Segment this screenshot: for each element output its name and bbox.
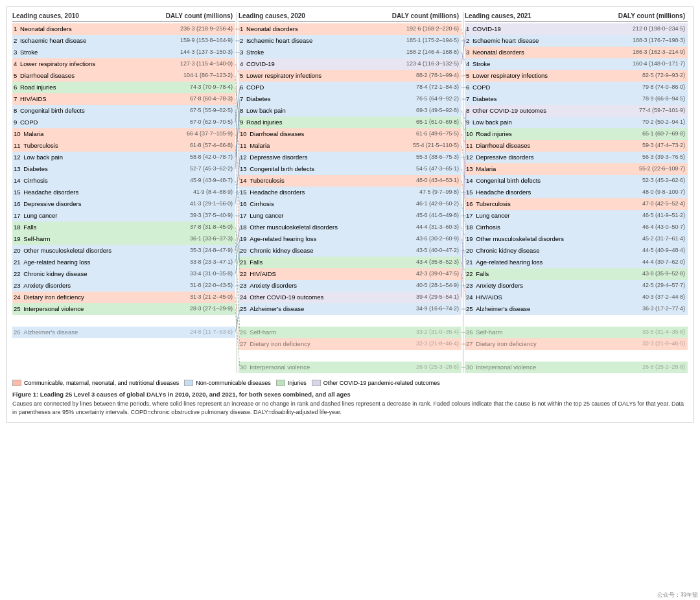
cause-cell: 9 COPD <box>12 118 149 127</box>
cause-cell: 14 Cirrhosis <box>12 176 149 185</box>
cause-cell: 18 Falls <box>12 223 149 232</box>
rank-number: 1 <box>14 25 19 32</box>
cause-name: Malaria <box>476 165 496 172</box>
cause-name: Age-related hearing loss <box>476 259 542 266</box>
rank-number: 11 <box>240 142 248 149</box>
rank-number: 3 <box>240 49 245 56</box>
daly-value: 69·3 (49·5–92·8) <box>375 107 461 115</box>
rank-number: 12 <box>466 154 474 161</box>
rank-number: 1 <box>466 25 471 32</box>
rank-number: 8 <box>240 107 245 114</box>
table-row: 9 Road injuries65·1 (61·0–69·8) <box>239 117 461 128</box>
cause-cell: 5 Lower respiratory infections <box>465 71 601 80</box>
table-row: 5 Lower respiratory infections82·5 (72·9… <box>465 70 688 82</box>
rank-number: 26 <box>14 329 22 336</box>
daly-value: 31·3 (21·2–45·0) <box>149 294 235 301</box>
cause-cell: 23 Anxiety disorders <box>465 281 601 290</box>
table-row: 22 Falls43·8 (35·9–52·8) <box>465 268 688 280</box>
daly-value: 67·8 (60·4–78·3) <box>149 95 235 103</box>
rank-number: 2 <box>240 37 245 44</box>
table-row: 23 Anxiety disorders40·5 (28·1–54·9) <box>239 280 461 292</box>
daly-value: 76·5 (64·9–92·2) <box>375 95 461 103</box>
rank-number: 24 <box>466 294 474 301</box>
cause-name: Anxiety disorders <box>23 282 71 289</box>
legend-color-2 <box>276 380 285 386</box>
cause-name: Tuberculosis <box>23 142 58 149</box>
rank-number: 14 <box>14 177 22 184</box>
cause-name: Low back pain <box>246 107 286 114</box>
cause-cell: 6 Road injuries <box>12 83 149 92</box>
cause-name: Lower respiratory infections <box>246 72 321 79</box>
cause-name: HIV/AIDS <box>20 95 47 102</box>
cause-cell: 6 COPD <box>465 83 601 92</box>
legend-label-0: Communicable, maternal, neonatal, and nu… <box>24 380 179 386</box>
cause-name: Anxiety disorders <box>250 282 297 289</box>
cause-cell: 13 Malaria <box>465 165 601 174</box>
table-row <box>239 350 461 362</box>
daly-value: 52·3 (45·2–62·6) <box>601 177 688 185</box>
cause-cell: 9 Road injuries <box>239 118 375 127</box>
cause-cell: 9 Low back pain <box>465 118 601 127</box>
cause-cell: 20 Chronic kidney disease <box>465 246 601 255</box>
daly-value: 35·3 (24·8–47·9) <box>149 247 235 255</box>
table-row: 1 Neonatal disorders192·6 (168·2–220·6) <box>239 23 461 35</box>
rank-number: 30 <box>240 363 248 371</box>
cause-name: Ischaemic heart disease <box>20 37 86 44</box>
table-row: 8 Low back pain69·3 (49·5–92·8) <box>239 105 461 117</box>
rank-number: 9 <box>14 119 19 126</box>
cause-cell: 22 Chronic kidney disease <box>12 270 149 279</box>
table-row: 26 Self-harm33·5 (31·4–35·8) <box>465 327 688 338</box>
cause-name: Headache disorders <box>250 189 305 196</box>
rank-number: 25 <box>466 305 474 312</box>
daly-value: 61·8 (57·4–66·8) <box>149 142 235 150</box>
cause-name: Low back pain <box>23 154 63 161</box>
daly-value: 55·3 (38·6–75·3) <box>375 154 461 161</box>
rank-number: 27 <box>240 340 248 347</box>
cause-name: Ischaemic heart disease <box>246 37 312 44</box>
cause-cell: 3 Stroke <box>12 48 149 57</box>
table-row: 18 Cirrhosis46·4 (43·0–50·7) <box>465 222 688 233</box>
cause-name: Malaria <box>250 142 270 149</box>
table-row: 26 Self-harm33·2 (31·0–35·4) <box>239 327 461 338</box>
cause-cell: 30 Interpersonal violence <box>465 363 601 372</box>
cause-name: Chronic kidney disease <box>23 270 87 277</box>
year-header-1: Leading causes, 2020DALY count (millions… <box>239 12 461 22</box>
rank-number: 24 <box>14 294 22 301</box>
table-row: 25 Alzheimer's disease34·9 (16·6–74·2) <box>239 303 461 315</box>
rank-number: 2 <box>466 37 471 44</box>
cause-cell: 8 Low back pain <box>239 106 375 115</box>
rank-number: 10 <box>466 130 474 137</box>
daly-value: 59·3 (47·4–73·2) <box>601 142 688 150</box>
table-row: 9 Low back pain70·2 (50·2–94·1) <box>465 117 688 128</box>
table-row: 13 Diabetes52·7 (45·3–62·2) <box>12 163 235 175</box>
daly-value: 236·3 (218·9–256·4) <box>149 25 235 33</box>
daly-value: 52·7 (45·3–62·2) <box>149 165 235 173</box>
cause-name: Diabetes <box>23 165 48 172</box>
cause-name: Lung cancer <box>476 212 509 219</box>
daly-value: 36·3 (17·2–77·4) <box>601 305 688 313</box>
table-row: 7 Diabetes78·9 (66·8–94·5) <box>465 93 688 105</box>
cause-name: Dietary iron deficiency <box>250 340 310 347</box>
table-row: 21 Age-related hearing loss44·4 (30·7–62… <box>465 257 688 268</box>
rank-number: 23 <box>240 282 248 289</box>
cause-cell: 26 Alzheimer's disease <box>12 328 149 337</box>
cause-name: Stroke <box>246 49 264 56</box>
table-row: 1 Neonatal disorders236·3 (218·9–256·4) <box>12 23 235 35</box>
rank-number: 19 <box>466 235 474 242</box>
cause-cell: 11 Diarrhoeal diseases <box>465 141 601 150</box>
daly-value: 33·2 (31·0–35·4) <box>375 329 461 336</box>
cause-cell: 1 COVID-19 <box>465 25 601 34</box>
cause-cell: 22 HIV/AIDS <box>239 270 375 279</box>
table-row: 22 HIV/AIDS42·3 (39·0–47·5) <box>239 268 461 280</box>
rank-number: 2 <box>14 37 19 44</box>
daly-value: 33·4 (31·0–35·8) <box>149 270 235 278</box>
cause-name: Falls <box>23 224 36 231</box>
rank-number: 27 <box>466 340 474 347</box>
cause-name: COVID-19 <box>246 60 275 67</box>
daly-value: 48·0 (43·4–53·1) <box>375 177 461 185</box>
table-row: 11 Malaria55·4 (21·5–110·5) <box>239 140 461 152</box>
daly-value: 65·1 (61·0–69·8) <box>375 119 461 126</box>
cause-cell: 21 Age-related hearing loss <box>12 258 149 267</box>
rank-number: 11 <box>14 142 22 149</box>
cause-name: Stroke <box>472 60 490 67</box>
